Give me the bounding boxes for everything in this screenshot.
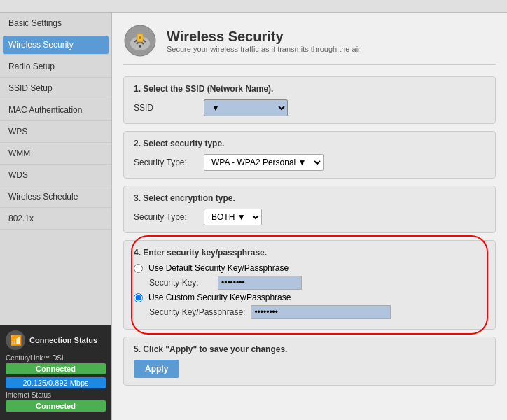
ssid-select[interactable]: ▼ bbox=[204, 99, 288, 116]
svg-rect-4 bbox=[139, 36, 141, 39]
wireless-security-icon bbox=[123, 24, 157, 57]
section-4: 4. Enter security key/passphrase. Use De… bbox=[123, 240, 496, 330]
security-key-label: Security Key: bbox=[149, 278, 212, 288]
speed-label: 20.125/0.892 Mbps bbox=[6, 377, 106, 388]
connection-icon: 📶 bbox=[6, 330, 25, 350]
encryption-label: Security Type: bbox=[134, 212, 197, 222]
default-key-label: Use Default Security Key/Passphrase bbox=[148, 263, 289, 273]
sidebar-item-mac-auth[interactable]: MAC Authentication bbox=[0, 99, 111, 121]
section-4-title: 4. Enter security key/passphrase. bbox=[134, 248, 485, 258]
top-bar bbox=[0, 0, 507, 13]
security-type-label: Security Type: bbox=[134, 158, 197, 167]
sidebar-item-wps[interactable]: WPS bbox=[0, 121, 111, 143]
security-type-select[interactable]: WPA - WPA2 Personal ▼ bbox=[204, 154, 324, 171]
section-5-title: 5. Click "Apply" to save your changes. bbox=[134, 344, 485, 354]
page-header: Wireless Security Secure your wireless t… bbox=[123, 24, 496, 65]
custom-key-radio[interactable] bbox=[134, 293, 143, 302]
security-type-row: Security Type: WPA - WPA2 Personal ▼ bbox=[134, 154, 485, 171]
default-key-radio[interactable] bbox=[134, 264, 143, 273]
default-key-radio-row: Use Default Security Key/Passphrase bbox=[134, 263, 485, 273]
connected-status-2: Connected bbox=[6, 400, 106, 412]
sidebar-nav: Basic Settings Wireless Security Radio S… bbox=[0, 13, 111, 325]
custom-key-label: Use Custom Security Key/Passphrase bbox=[148, 293, 291, 302]
svg-point-2 bbox=[139, 45, 141, 48]
isp-label: CenturyLink™ DSL bbox=[6, 354, 106, 362]
sidebar-item-wmm[interactable]: WMM bbox=[0, 143, 111, 164]
section-1-title: 1. Select the SSID (Network Name). bbox=[134, 84, 485, 94]
page-title: Wireless Security bbox=[167, 29, 361, 45]
security-key-row: Security Key: bbox=[149, 276, 485, 290]
section-3-title: 3. Select encryption type. bbox=[134, 193, 485, 203]
sidebar-item-wds[interactable]: WDS bbox=[0, 164, 111, 186]
passphrase-input[interactable] bbox=[251, 305, 391, 319]
section-2: 2. Select security type. Security Type: … bbox=[123, 131, 496, 178]
apply-button[interactable]: Apply bbox=[134, 360, 179, 378]
ssid-label: SSID bbox=[134, 103, 197, 113]
page-subtitle: Secure your wireless traffic as it trans… bbox=[167, 45, 361, 53]
sidebar-item-wireless-schedule[interactable]: Wireless Schedule bbox=[0, 186, 111, 208]
security-key-input[interactable] bbox=[218, 276, 302, 290]
sidebar-item-802-1x[interactable]: 802.1x bbox=[0, 208, 111, 230]
sidebar-item-wireless-security[interactable]: Wireless Security bbox=[3, 36, 109, 55]
sidebar-item-radio-setup[interactable]: Radio Setup bbox=[0, 56, 111, 78]
sidebar: Basic Settings Wireless Security Radio S… bbox=[0, 13, 112, 420]
section-3: 3. Select encryption type. Security Type… bbox=[123, 186, 496, 233]
encryption-type-row: Security Type: BOTH ▼ bbox=[134, 209, 485, 225]
section-2-title: 2. Select security type. bbox=[134, 139, 485, 148]
custom-key-radio-row: Use Custom Security Key/Passphrase bbox=[134, 293, 485, 302]
sidebar-item-basic-settings[interactable]: Basic Settings bbox=[0, 13, 111, 34]
internet-status-label: Internet Status bbox=[6, 391, 106, 399]
main-content: Wireless Security Secure your wireless t… bbox=[112, 13, 507, 420]
ssid-row: SSID ▼ bbox=[134, 99, 485, 116]
encryption-select[interactable]: BOTH ▼ bbox=[204, 209, 262, 225]
sidebar-item-ssid-setup[interactable]: SSID Setup bbox=[0, 78, 111, 99]
passphrase-row: Security Key/Passphrase: bbox=[149, 305, 485, 319]
section-1: 1. Select the SSID (Network Name). SSID … bbox=[123, 76, 496, 124]
connection-status-box: 📶 Connection Status CenturyLink™ DSL Con… bbox=[0, 325, 111, 420]
section-5: 5. Click "Apply" to save your changes. A… bbox=[123, 337, 496, 386]
page-title-block: Wireless Security Secure your wireless t… bbox=[167, 29, 361, 53]
conn-title: Connection Status bbox=[29, 336, 97, 344]
passphrase-label: Security Key/Passphrase: bbox=[149, 307, 245, 317]
connected-status-1: Connected bbox=[6, 363, 106, 374]
